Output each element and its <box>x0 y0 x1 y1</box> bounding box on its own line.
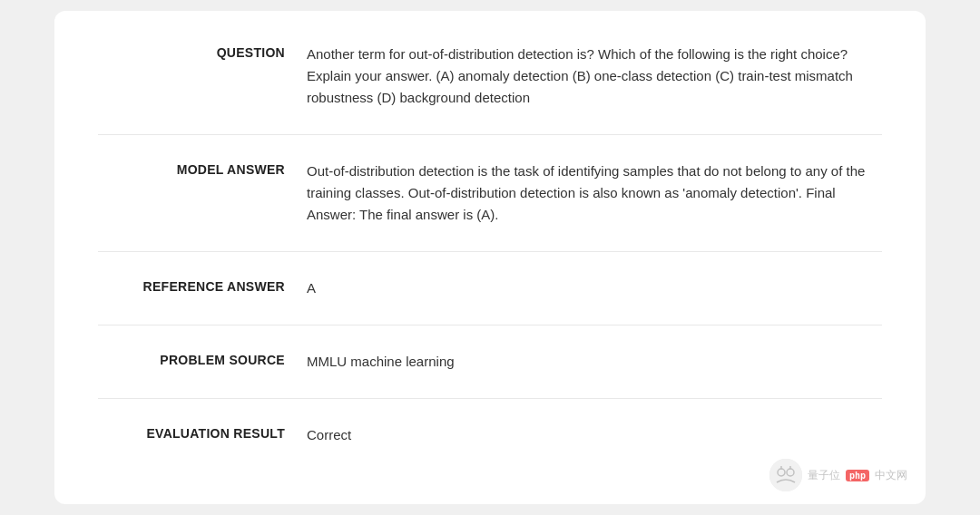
label-model-answer: MODEL ANSWER <box>98 160 307 177</box>
php-badge: php <box>846 470 869 481</box>
divider-1 <box>98 251 882 252</box>
row-reference-answer: REFERENCE ANSWERA <box>98 277 882 299</box>
label-evaluation-result: EVALUATION RESULT <box>98 424 307 441</box>
label-question: QUESTION <box>98 44 307 60</box>
value-question: Another term for out-of-distribution det… <box>307 44 882 109</box>
divider-0 <box>98 134 882 135</box>
row-model-answer: MODEL ANSWEROut-of-distribution detectio… <box>98 160 882 226</box>
row-evaluation-result: EVALUATION RESULTCorrect <box>98 424 882 446</box>
label-problem-source: PROBLEM SOURCE <box>98 351 307 367</box>
label-reference-answer: REFERENCE ANSWER <box>98 277 307 294</box>
watermark-site-name: 量子位 <box>808 468 840 483</box>
divider-2 <box>98 325 882 326</box>
watermark: 量子位 php 中文网 <box>769 459 907 491</box>
value-model-answer: Out-of-distribution detection is the tas… <box>307 160 882 226</box>
value-problem-source: MMLU machine learning <box>307 351 882 373</box>
row-problem-source: PROBLEM SOURCEMMLU machine learning <box>98 351 882 373</box>
watermark-cn-label: 中文网 <box>875 468 907 483</box>
watermark-logo <box>769 459 802 491</box>
value-evaluation-result: Correct <box>307 424 882 446</box>
main-card: QUESTIONAnother term for out-of-distribu… <box>54 11 926 504</box>
svg-point-0 <box>769 459 802 491</box>
divider-3 <box>98 398 882 399</box>
row-question: QUESTIONAnother term for out-of-distribu… <box>98 44 882 109</box>
value-reference-answer: A <box>307 277 882 299</box>
